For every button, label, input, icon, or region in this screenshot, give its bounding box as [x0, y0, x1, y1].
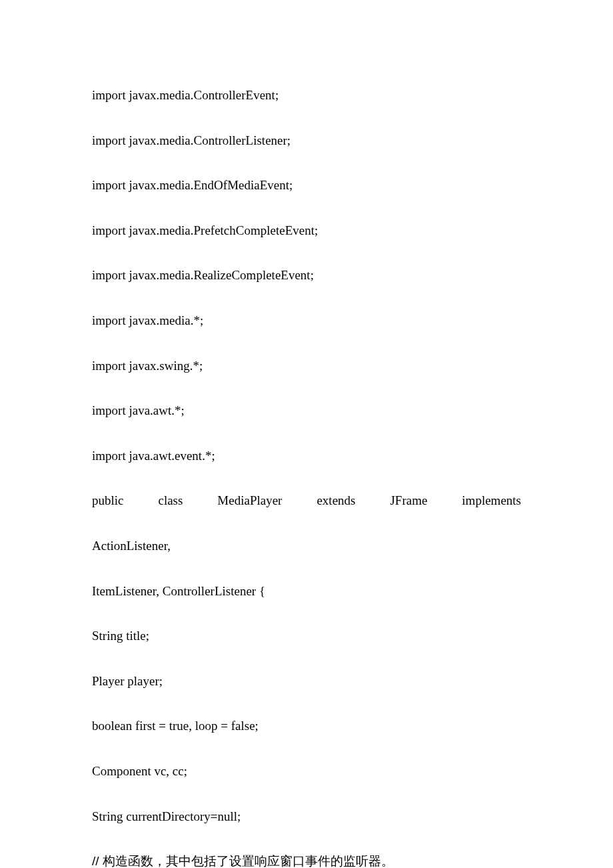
code-line: String title; — [92, 627, 521, 645]
code-line: import javax.media.ControllerEvent; — [92, 87, 521, 105]
code-line: public class MediaPlayer extends JFrame … — [92, 492, 521, 510]
code-line: import javax.media.*; — [92, 312, 521, 330]
code-line: boolean first = true, loop = false; — [92, 717, 521, 735]
code-line: ActionListener, — [92, 537, 521, 555]
code-line: import javax.media.PrefetchCompleteEvent… — [92, 222, 521, 240]
code-line: import javax.media.RealizeCompleteEvent; — [92, 267, 521, 285]
code-line: Player player; — [92, 673, 521, 691]
code-line: import javax.media.EndOfMediaEvent; — [92, 177, 521, 195]
code-line: ItemListener, ControllerListener { — [92, 583, 521, 601]
code-comment-line: // 构造函数，其中包括了设置响应窗口事件的监听器。 — [92, 853, 521, 868]
code-line: import java.awt.event.*; — [92, 447, 521, 465]
code-line: Component vc, cc; — [92, 763, 521, 781]
code-line: import java.awt.*; — [92, 402, 521, 420]
code-line: import javax.swing.*; — [92, 357, 521, 375]
code-line: String currentDirectory=null; — [92, 808, 521, 826]
code-line: import javax.media.ControllerListener; — [92, 132, 521, 150]
